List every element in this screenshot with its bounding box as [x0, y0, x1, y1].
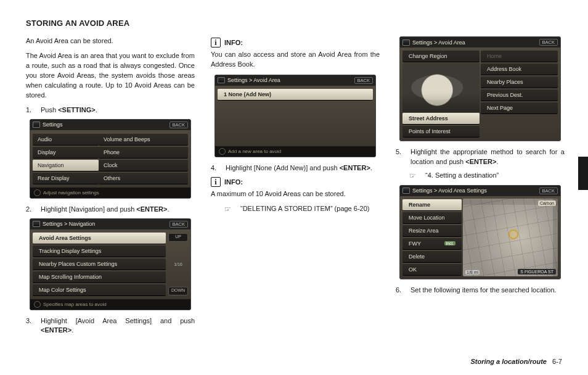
screenshot-settings: Settings BACK Audio Volume and Beeps Dis…: [30, 119, 191, 199]
window-icon: [33, 221, 40, 227]
pointer-icon: ☞: [224, 204, 235, 215]
cell-navigation[interactable]: Navigation: [33, 159, 99, 171]
window-icon: [402, 39, 410, 46]
cell-clock[interactable]: Clock: [99, 159, 188, 171]
screenshot-search-method: Settings > Avoid Area BACK Change Region…: [399, 36, 561, 141]
screenshot-header: Settings > Navigation BACK: [30, 219, 190, 229]
screenshot-footer: Adjust navigation settings: [30, 188, 190, 198]
page-footer: Storing a location/route 6-7: [470, 358, 562, 365]
back-button[interactable]: BACK: [539, 39, 558, 46]
footer-page: 6-7: [552, 358, 562, 365]
row-nearby-places[interactable]: Nearby Places: [481, 76, 558, 88]
row-avoid-area-settings[interactable]: Avoid Area Settings: [33, 232, 166, 244]
step-post: .: [496, 158, 498, 165]
step-number: 6.: [396, 286, 404, 295]
step-text: Highlight the appropriate method to sear…: [410, 147, 565, 167]
intro-line-1: An Avoid Area can be stored.: [26, 36, 195, 46]
pointer-icon: ☞: [409, 171, 420, 181]
screenshot-title: Settings: [43, 122, 63, 128]
hint-icon: [219, 148, 226, 155]
back-button[interactable]: BACK: [169, 122, 188, 128]
left-panel: Change Region Street Address Points of I…: [402, 50, 480, 138]
cell-display[interactable]: Display: [33, 146, 99, 159]
row-move[interactable]: Move Location: [402, 212, 462, 224]
row-fwy[interactable]: FWY incl.: [402, 237, 462, 250]
row-home[interactable]: Home: [481, 50, 558, 62]
back-button[interactable]: BACK: [169, 221, 188, 228]
hint-icon: [34, 301, 41, 308]
map-preview[interactable]: Carbon 1/8 mi S FIGUEROA ST: [463, 199, 558, 276]
avoid-area-list: 1 None (Add New): [218, 88, 373, 101]
row-change-region[interactable]: Change Region: [402, 50, 480, 62]
screenshot-header: Settings > Avoid Area Settings BACK: [400, 186, 560, 196]
step-keyword: <ENTER>: [340, 164, 370, 171]
scroll-down[interactable]: DOWN: [168, 287, 188, 295]
row-rename[interactable]: Rename: [402, 199, 462, 211]
region-map-graphic: [402, 63, 480, 112]
step-6: 6. Set the following items for the searc…: [396, 286, 565, 295]
step-number: 4.: [211, 163, 219, 173]
screenshot-footer: Add a new area to avoid: [215, 146, 375, 157]
step-pre: Highlight [Avoid Area Settings] and push: [41, 317, 195, 324]
window-icon: [218, 77, 225, 83]
row-street-address[interactable]: Street Address: [402, 112, 480, 125]
row-mapscroll[interactable]: Map Scrolling Information: [33, 271, 166, 283]
row-prev-dest[interactable]: Previous Dest.: [481, 89, 558, 101]
cell-volume[interactable]: Volume and Beeps: [99, 133, 188, 146]
row-poi[interactable]: Points of Interest: [402, 125, 480, 138]
step-post: .: [167, 205, 169, 213]
screenshot-title: Settings > Avoid Area: [412, 39, 465, 46]
map-scale: 1/8 mi: [465, 270, 480, 274]
info-body-1: You can also access and store an Avoid A…: [211, 50, 380, 70]
step-post: .: [71, 326, 73, 334]
row-ok[interactable]: OK: [402, 263, 462, 276]
screenshot-avoid-area-list: Settings > Avoid Area BACK 1 None (Add N…: [214, 75, 376, 157]
column-2: i INFO: You can also access and store an…: [211, 36, 380, 369]
screenshot-avoid-area-settings: Settings > Avoid Area Settings BACK Rena…: [399, 185, 561, 279]
scroll-column: UP 1/16 DOWN: [168, 232, 188, 297]
row-nearby[interactable]: Nearby Places Custom Settings: [33, 258, 166, 270]
cross-reference: ☞ “DELETING A STORED ITEM” (page 6-20): [224, 204, 380, 215]
step-keyword: <ENTER>: [465, 158, 496, 165]
map-panel: Carbon 1/8 mi S FIGUEROA ST: [463, 199, 558, 276]
row-delete[interactable]: Delete: [402, 250, 462, 263]
screenshot-header: Settings > Avoid Area BACK: [400, 37, 560, 47]
xref-text: “4. Setting a destination”: [425, 171, 499, 181]
row-address-book[interactable]: Address Book: [481, 63, 558, 75]
back-button[interactable]: BACK: [354, 77, 373, 84]
column-1: An Avoid Area can be stored. The Avoid A…: [26, 36, 195, 369]
intro-line-2: The Avoid Area is an area that you want …: [26, 51, 195, 101]
screenshot-title: Settings > Avoid Area: [227, 77, 280, 83]
column-3: Settings > Avoid Area BACK Change Region…: [396, 36, 565, 369]
footer-text: Specifies map areas to avoid: [43, 302, 107, 307]
row-mapcolor[interactable]: Map Color Settings: [33, 284, 166, 296]
step-text: Highlight [Avoid Area Settings] and push…: [41, 316, 195, 336]
scroll-up[interactable]: UP: [168, 233, 188, 242]
cell-audio[interactable]: Audio: [33, 133, 99, 146]
screenshot-title: Settings > Navigation: [43, 221, 95, 227]
fwy-label: FWY: [409, 241, 421, 247]
step-pre: Highlight [None (Add New)] and push: [226, 164, 340, 171]
back-button[interactable]: BACK: [539, 188, 558, 194]
step-number: 5.: [396, 147, 404, 167]
step-4: 4. Highlight [None (Add New)] and push <…: [211, 163, 380, 173]
row-tracking[interactable]: Tracking Display Settings: [33, 245, 166, 257]
step-post: .: [96, 106, 97, 113]
map-marker-icon: [508, 229, 518, 239]
section-heading: STORING AN AVOID AREA: [26, 19, 565, 28]
cell-phone[interactable]: Phone: [99, 146, 188, 159]
row-next-page[interactable]: Next Page: [481, 102, 558, 114]
window-icon: [33, 122, 40, 128]
step-post: .: [370, 164, 372, 171]
step-pre: Push: [41, 106, 58, 113]
row-resize[interactable]: Resize Area: [402, 225, 462, 237]
page-thumb-tab: [578, 157, 588, 190]
step-3: 3. Highlight [Avoid Area Settings] and p…: [26, 316, 195, 336]
step-text: Highlight [None (Add New)] and push <ENT…: [226, 163, 380, 173]
step-text: Set the following items for the searched…: [410, 286, 565, 295]
cell-others[interactable]: Others: [99, 172, 188, 184]
row-none-add-new[interactable]: 1 None (Add New): [218, 88, 373, 101]
right-panel: Home Address Book Nearby Places Previous…: [481, 50, 558, 138]
cell-rear[interactable]: Rear Display: [33, 172, 99, 184]
step-number: 3.: [26, 316, 35, 336]
